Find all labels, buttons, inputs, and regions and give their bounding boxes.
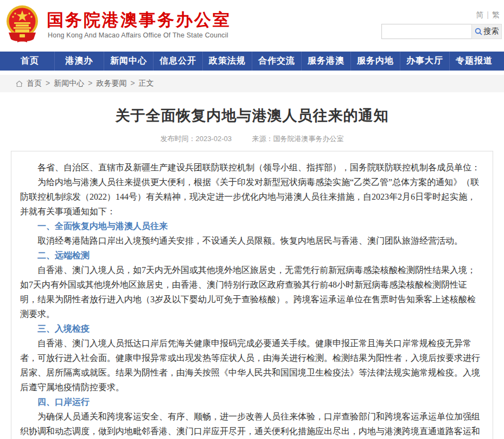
source-label: 来源： [252,135,273,143]
nav-item[interactable]: 办事大厅 [400,52,450,71]
nav-item[interactable]: 信息公开 [154,52,203,71]
nav-item[interactable]: 服务港澳 [302,52,351,71]
article-block: 为确保人员通关和跨境客运安全、有序、顺畅，进一步改善人员往来体验，口岸查验部门和… [20,409,484,439]
breadcrumb-link[interactable]: 正文 [139,79,154,87]
source-value: 国务院港澳事务办公室 [273,135,344,143]
nav-item[interactable]: 首页 [5,52,55,71]
nav-item[interactable]: 合作交流 [252,52,302,71]
search-area: 搜索 [381,24,502,39]
publish-time-label: 发布时间： [160,135,195,143]
breadcrumb-items: 首页>新闻中心>政务要闻>正文 [27,79,162,88]
search-input[interactable] [381,24,471,39]
national-emblem-logo [5,4,39,44]
breadcrumb-separator: > [130,79,135,87]
article-block: 各省、自治区、直辖市及新疆生产建设兵团联防联控机制（领导小组、指挥部），国务院联… [20,160,484,175]
home-icon [15,80,23,88]
search-button-label: 搜索 [484,27,499,36]
article-block: 三、入境检疫 [20,321,484,336]
main-nav: 首页港澳办新闻中心信息公开政策法规合作交流服务港澳服务内地办事大厅专题报道 [0,52,504,71]
article-block: 一、全面恢复内地与港澳人员往来 [20,219,484,233]
lang-simplified[interactable]: 简 [476,10,483,19]
site-subtitle: Hong Kong And Macao Affairs Office Of Th… [48,31,228,39]
breadcrumb-separator: > [88,79,92,87]
article-block: 为给内地与港澳人员往来提供更大便利，根据《关于印发对新型冠状病毒感染实施“乙类乙… [20,175,484,219]
breadcrumb-separator: > [46,79,50,87]
article-block: 四、口岸运行 [20,395,484,409]
breadcrumb-item: 正文 [139,79,162,88]
breadcrumb-item: 新闻中心> [54,79,96,88]
nav-item[interactable]: 港澳办 [55,52,104,71]
site-title: 国务院港澳事务办公室 [47,9,231,31]
article-block: 自香港、澳门入境人员，如7天内无外国或其他境外地区旅居史，无需凭行前新冠病毒感染… [20,263,484,321]
breadcrumb-link[interactable]: 首页 [27,79,42,87]
lang-separator: | [487,10,489,19]
lang-traditional[interactable]: 繁 [492,10,500,19]
breadcrumb-item: 政务要闻> [96,79,138,88]
article-block: 取消经粤港陆路口岸出入境预约通关安排，不设通关人员限额。恢复内地居民与香港、澳门… [20,233,484,248]
search-button[interactable]: 搜索 [471,24,502,39]
page-title: 关于全面恢复内地与港澳人员往来的通知 [0,106,504,125]
nav-item[interactable]: 新闻中心 [104,52,154,71]
breadcrumb: 首页>新闻中心>政务要闻>正文 [0,75,504,92]
breadcrumb-link[interactable]: 新闻中心 [54,79,84,87]
nav-item[interactable]: 服务内地 [351,52,400,71]
site-header: 国务院港澳事务办公室 Hong Kong And Macao Affairs O… [0,0,504,52]
nav-item[interactable]: 政策法规 [203,52,252,71]
nav-item[interactable]: 专题报道 [450,52,499,71]
language-toggle: 简|繁 [476,10,500,20]
publish-time-value: 2023-02-03 [195,135,232,143]
breadcrumb-link[interactable]: 政务要闻 [96,79,126,87]
article-block: 二、远端检测 [20,248,484,263]
breadcrumb-item: 首页> [27,79,54,88]
article-body: 各省、自治区、直辖市及新疆生产建设兵团联防联控机制（领导小组、指挥部），国务院联… [11,151,493,439]
article-meta: 发布时间：2023-02-03 来源：国务院港澳事务办公室 [0,134,504,144]
article-block: 自香港、澳门入境人员抵达口岸后凭海关健康申报码完成必要通关手续。健康申报正常且海… [20,336,484,395]
search-icon [475,28,482,35]
